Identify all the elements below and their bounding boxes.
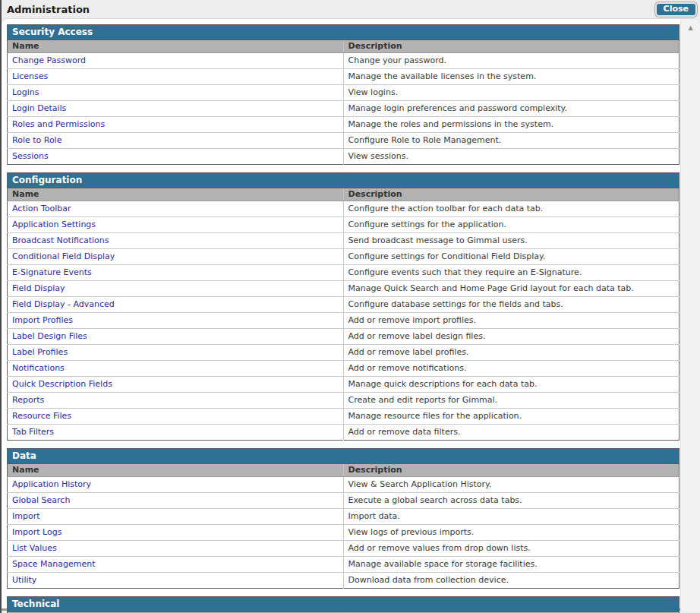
table-row: Change PasswordChange your password. <box>8 53 680 69</box>
item-name-cell: Licenses <box>8 69 344 85</box>
table-row: Resource FilesManage resource files for … <box>8 409 680 425</box>
table-row: Action ToolbarConfigure the action toolb… <box>8 201 680 217</box>
item-name-cell: List Values <box>8 541 344 557</box>
item-link[interactable]: Quick Description Fields <box>12 379 112 389</box>
scrollbar[interactable]: ▲ <box>680 19 700 611</box>
item-name-cell: Field Display - Advanced <box>8 297 344 313</box>
item-link[interactable]: Resource Files <box>12 411 71 421</box>
item-link[interactable]: Change Password <box>12 55 86 65</box>
sections-container: Security Access Name Description Change … <box>2 24 700 613</box>
item-description: Configure settings for Conditional Field… <box>343 249 680 265</box>
table-row: Conditional Field DisplayConfigure setti… <box>8 249 680 265</box>
item-name-cell: Broadcast Notifications <box>8 233 344 249</box>
table-row: Space ManagementManage available space f… <box>8 557 680 573</box>
section-title-row: Technical <box>8 597 680 612</box>
item-name-cell: Notifications <box>8 361 344 377</box>
item-description: Create and edit reports for Gimmal. <box>343 393 680 409</box>
item-name-cell: Quick Description Fields <box>8 377 344 393</box>
section-table: Data Name Description Application Histor… <box>7 448 680 589</box>
item-description: Manage the roles and permissions in the … <box>343 117 680 133</box>
section-header: Data <box>8 449 680 464</box>
section-header: Security Access <box>8 25 680 40</box>
table-row: Field DisplayManage Quick Search and Hom… <box>8 281 680 297</box>
item-name-cell: Login Details <box>8 101 344 117</box>
item-name-cell: Space Management <box>8 557 344 573</box>
item-name-cell: Logins <box>8 85 344 101</box>
item-link[interactable]: Global Search <box>12 495 70 505</box>
item-link[interactable]: Tab Filters <box>12 427 54 437</box>
item-link[interactable]: Login Details <box>12 103 66 113</box>
scroll-up-icon[interactable]: ▲ <box>681 19 700 31</box>
table-row: Label ProfilesAdd or remove label profil… <box>8 345 680 361</box>
item-description: View logins. <box>343 85 680 101</box>
section-header: Configuration <box>8 173 680 188</box>
item-description: Configure events such that they require … <box>343 265 680 281</box>
item-link[interactable]: Application Settings <box>12 220 96 229</box>
item-description: Configure the action toolbar for each da… <box>343 201 680 217</box>
item-description: Add or remove import profiles. <box>343 313 680 329</box>
column-header-description: Description <box>343 464 680 477</box>
table-row: Role to RoleConfigure Role to Role Manag… <box>8 133 680 149</box>
table-row: LoginsView logins. <box>8 85 680 101</box>
item-description: Add or remove values from drop down list… <box>343 541 680 557</box>
table-row: Roles and PermissionsManage the roles an… <box>8 117 680 133</box>
item-link[interactable]: Reports <box>12 395 44 405</box>
table-row: Tab FiltersAdd or remove data filters. <box>8 425 680 441</box>
item-link[interactable]: Field Display - Advanced <box>12 299 115 309</box>
item-link[interactable]: Action Toolbar <box>12 204 71 213</box>
item-link[interactable]: Logins <box>12 87 39 97</box>
item-link[interactable]: Field Display <box>12 283 65 293</box>
item-description: Manage quick descriptions for each data … <box>343 377 680 393</box>
item-description: Add or remove notifications. <box>343 361 680 377</box>
item-link[interactable]: E-Signature Events <box>12 267 92 277</box>
item-link[interactable]: Licenses <box>12 71 48 81</box>
item-link[interactable]: Label Design Files <box>12 331 87 341</box>
item-link[interactable]: Conditional Field Display <box>12 251 115 261</box>
section-table: Technical Name Description Application L… <box>7 596 680 613</box>
item-link[interactable]: Broadcast Notifications <box>12 235 109 245</box>
item-link[interactable]: Role to Role <box>12 135 61 145</box>
item-name-cell: Change Password <box>8 53 344 69</box>
table-row: Field Display - AdvancedConfigure databa… <box>8 297 680 313</box>
item-name-cell: Import <box>8 509 344 525</box>
item-link[interactable]: Notifications <box>12 363 65 373</box>
item-link[interactable]: Import Profiles <box>12 315 73 325</box>
item-description: Manage Quick Search and Home Page Grid l… <box>343 281 680 297</box>
item-name-cell: E-Signature Events <box>8 265 344 281</box>
table-row: Application SettingsConfigure settings f… <box>8 217 680 233</box>
column-header-name: Name <box>8 188 344 201</box>
item-description: View & Search Application History. <box>343 477 680 493</box>
item-name-cell: Role to Role <box>8 133 344 149</box>
column-header-row: Name Description <box>8 188 680 201</box>
item-description: Import data. <box>343 509 680 525</box>
table-row: UtilityDownload data from collection dev… <box>8 573 680 589</box>
table-row: LicensesManage the available licenses in… <box>8 69 680 85</box>
item-name-cell: Field Display <box>8 281 344 297</box>
item-link[interactable]: Utility <box>12 575 36 585</box>
item-description: View sessions. <box>343 149 680 165</box>
column-header-row: Name Description <box>8 464 680 477</box>
item-name-cell: Application Settings <box>8 217 344 233</box>
item-link[interactable]: Import Logs <box>12 527 61 537</box>
item-name-cell: Global Search <box>8 493 344 509</box>
item-description: Manage login preferences and password co… <box>343 101 680 117</box>
table-row: Global SearchExecute a global search acr… <box>8 493 680 509</box>
table-row: Import ProfilesAdd or remove import prof… <box>8 313 680 329</box>
item-link[interactable]: Space Management <box>12 559 95 569</box>
table-row: Import LogsView logs of previous imports… <box>8 525 680 541</box>
table-row: NotificationsAdd or remove notifications… <box>8 361 680 377</box>
item-link[interactable]: List Values <box>12 543 57 553</box>
table-row: Login DetailsManage login preferences an… <box>8 101 680 117</box>
item-link[interactable]: Sessions <box>12 151 49 161</box>
administration-window: Administration Close Security Access Nam… <box>0 0 700 613</box>
section-title-row: Configuration <box>8 173 680 188</box>
item-link[interactable]: Application History <box>12 479 91 489</box>
close-button[interactable]: Close <box>655 2 697 17</box>
column-header-name: Name <box>8 40 344 53</box>
item-link[interactable]: Label Profiles <box>12 347 68 357</box>
item-name-cell: Import Logs <box>8 525 344 541</box>
item-link[interactable]: Roles and Permissions <box>12 119 105 129</box>
page-title: Administration <box>7 4 90 15</box>
item-description: Configure settings for the application. <box>343 217 680 233</box>
item-link[interactable]: Import <box>12 511 40 521</box>
